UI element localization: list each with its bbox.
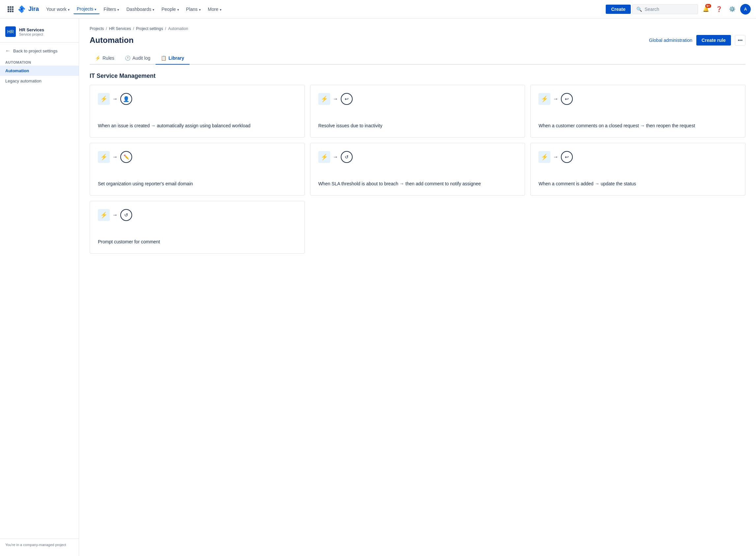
- nav-your-work[interactable]: Your work: [43, 5, 73, 14]
- nav-dashboards[interactable]: Dashboards: [123, 5, 157, 14]
- user-avatar[interactable]: A: [740, 4, 751, 14]
- lightning-icon: ⚡: [100, 211, 107, 219]
- action-icon-reopen: ↩: [561, 93, 573, 105]
- project-icon: HR: [5, 26, 16, 37]
- bolt-icon: ⚡: [318, 93, 330, 105]
- sidebar-item-automation[interactable]: Automation: [0, 66, 79, 76]
- sidebar-project-header: HR HR Services Service project: [0, 24, 79, 42]
- bolt-icon: ⚡: [538, 93, 551, 105]
- nav-more[interactable]: More: [205, 5, 225, 14]
- notification-badge: 9+: [705, 4, 711, 8]
- card-reopen-request[interactable]: ⚡ → ↩ When a customer comments on a clos…: [530, 85, 746, 138]
- nav-people[interactable]: People: [158, 5, 182, 14]
- body-layout: HR HR Services Service project ← Back to…: [0, 19, 756, 556]
- arrow-icon: →: [112, 154, 118, 160]
- bolt-icon: ⚡: [98, 209, 110, 221]
- tab-audit-label: Audit log: [133, 56, 150, 61]
- svg-rect-6: [8, 10, 9, 12]
- breadcrumb-hr-services[interactable]: HR Services: [109, 26, 131, 31]
- bolt-icon: ⚡: [98, 151, 110, 163]
- section-title: IT Service Management: [90, 73, 746, 79]
- main-nav: Your work Projects Filters Dashboards Pe…: [43, 4, 604, 14]
- create-button[interactable]: Create: [606, 5, 631, 14]
- card-prompt-comment[interactable]: ⚡ → ↺ Prompt customer for comment: [90, 201, 305, 253]
- cards-grid: ⚡ → 👤 When an issue is created → automat…: [90, 85, 746, 253]
- nav-projects[interactable]: Projects: [74, 4, 100, 14]
- arrow-icon: →: [333, 154, 338, 160]
- card-text: When SLA threshold is about to breach → …: [318, 180, 517, 187]
- create-rule-button[interactable]: Create rule: [696, 35, 731, 45]
- svg-rect-0: [8, 6, 9, 8]
- search-box[interactable]: 🔍 Search: [632, 4, 698, 14]
- project-type: Service project: [19, 32, 44, 36]
- card-text: When a comment is added → update the sta…: [538, 180, 737, 187]
- card-sla-breach[interactable]: ⚡ → ↺ When SLA threshold is about to bre…: [310, 143, 525, 196]
- card-icons: ⚡ → ↩: [318, 93, 517, 105]
- nav-filters[interactable]: Filters: [100, 5, 122, 14]
- page-header-right: Global administration Create rule •••: [649, 35, 746, 45]
- tab-audit-log[interactable]: 🕐 Audit log: [120, 52, 156, 65]
- tab-rules-label: Rules: [103, 56, 114, 61]
- tab-library[interactable]: 📋 Library: [156, 52, 189, 65]
- chevron-down-icon: [153, 7, 154, 12]
- settings-button[interactable]: ⚙️: [727, 4, 738, 14]
- card-text: Prompt customer for comment: [98, 238, 297, 245]
- arrow-icon: →: [112, 96, 118, 102]
- card-icons: ⚡ → ↺: [98, 209, 297, 221]
- search-placeholder: Search: [645, 7, 659, 12]
- help-button[interactable]: ❓: [714, 4, 724, 14]
- card-assign-workload[interactable]: ⚡ → 👤 When an issue is created → automat…: [90, 85, 305, 138]
- lightning-icon: ⚡: [320, 153, 328, 161]
- svg-rect-7: [10, 10, 11, 12]
- svg-rect-2: [12, 6, 13, 8]
- breadcrumb-project-settings[interactable]: Project settings: [136, 26, 163, 31]
- lightning-icon: ⚡: [541, 95, 548, 103]
- tab-rules[interactable]: ⚡ Rules: [90, 52, 120, 65]
- action-icon-edit: ✏️: [120, 151, 132, 163]
- main-inner: Projects / HR Services / Project setting…: [79, 19, 756, 262]
- sidebar-item-legacy-automation[interactable]: Legacy automation: [0, 76, 79, 86]
- card-icons: ⚡ → 👤: [98, 93, 297, 105]
- action-icon-prompt: ↺: [120, 209, 132, 221]
- more-options-button[interactable]: •••: [735, 35, 746, 45]
- bolt-icon: ⚡: [318, 151, 330, 163]
- legacy-automation-label: Legacy automation: [5, 78, 41, 83]
- card-icons: ⚡ → ↺: [318, 151, 517, 163]
- arrow-icon: →: [553, 96, 558, 102]
- svg-rect-4: [10, 8, 11, 10]
- main-content: Projects / HR Services / Project setting…: [79, 19, 756, 556]
- nav-plans[interactable]: Plans: [183, 5, 204, 14]
- search-icon: 🔍: [636, 7, 642, 12]
- chevron-down-icon: [220, 7, 222, 12]
- action-icon-status: ↩: [561, 151, 573, 163]
- svg-rect-3: [8, 8, 9, 10]
- library-icon: 📋: [161, 56, 166, 61]
- lightning-icon: ⚡: [320, 95, 328, 103]
- clock-icon: 🕐: [125, 56, 130, 61]
- breadcrumb: Projects / HR Services / Project setting…: [90, 26, 746, 31]
- card-resolve-inactivity[interactable]: ⚡ → ↩ Resolve issues due to inactivity: [310, 85, 525, 138]
- notifications-button[interactable]: 🔔 9+: [701, 4, 711, 14]
- svg-rect-5: [12, 8, 13, 10]
- card-comment-status[interactable]: ⚡ → ↩ When a comment is added → update t…: [530, 143, 746, 196]
- breadcrumb-projects[interactable]: Projects: [90, 26, 104, 31]
- card-text: Resolve issues due to inactivity: [318, 123, 517, 129]
- chevron-down-icon: [68, 7, 70, 12]
- jira-logo[interactable]: Jira: [17, 5, 39, 14]
- back-to-settings[interactable]: ← Back to project settings: [0, 45, 79, 57]
- tab-library-label: Library: [168, 56, 184, 61]
- card-text: When an issue is created → automatically…: [98, 123, 297, 129]
- back-icon: ←: [5, 48, 10, 54]
- global-administration-link[interactable]: Global administration: [649, 38, 692, 43]
- lightning-icon: ⚡: [541, 153, 548, 161]
- apps-switcher[interactable]: [5, 4, 16, 14]
- card-set-organization[interactable]: ⚡ → ✏️ Set organization using reporter's…: [90, 143, 305, 196]
- tabs: ⚡ Rules 🕐 Audit log 📋 Library: [90, 52, 746, 65]
- svg-rect-1: [10, 6, 11, 8]
- top-navigation: Jira Your work Projects Filters Dashboar…: [0, 0, 756, 19]
- page-header: Automation Global administration Create …: [90, 35, 746, 45]
- topnav-right: 🔍 Search 🔔 9+ ❓ ⚙️ A: [632, 4, 751, 14]
- automation-label: Automation: [5, 68, 29, 73]
- action-icon-refresh: ↺: [341, 151, 353, 163]
- arrow-icon: →: [112, 212, 118, 218]
